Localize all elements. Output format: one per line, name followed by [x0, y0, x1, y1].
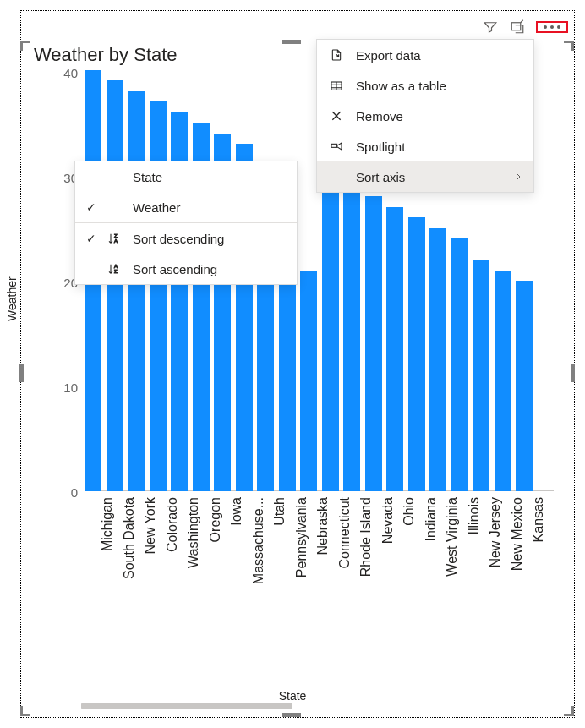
menu-label: Sort axis — [356, 170, 405, 184]
x-tick-label: New York — [143, 497, 158, 555]
bar[interactable] — [322, 181, 339, 491]
y-tick: 0 — [51, 485, 78, 500]
resize-handle-right[interactable] — [571, 364, 575, 382]
submenu-weather[interactable]: ✓ Weather — [75, 192, 297, 222]
table-icon — [329, 78, 344, 93]
menu-label: Export data — [356, 48, 421, 63]
export-icon — [329, 47, 344, 63]
resize-corner-tl[interactable] — [20, 41, 30, 51]
svg-text:Z: Z — [114, 269, 118, 274]
resize-corner-bl[interactable] — [20, 706, 30, 716]
sort-desc-icon: ZA — [107, 232, 124, 245]
blank-icon — [329, 169, 344, 184]
submenu-label: Sort descending — [133, 232, 224, 246]
svg-point-2 — [550, 25, 554, 29]
chevron-right-icon — [513, 170, 523, 184]
x-tick-label: Nebraska — [315, 497, 331, 555]
bar[interactable] — [107, 80, 123, 491]
bar[interactable] — [386, 207, 403, 491]
svg-text:A: A — [114, 238, 118, 244]
x-tick-label: Rhode Island — [358, 497, 374, 577]
x-tick-label: Illinois — [467, 497, 482, 534]
x-tick-label: West Virginia — [445, 497, 460, 577]
bar[interactable] — [257, 271, 274, 491]
menu-sort-axis[interactable]: Sort axis — [317, 161, 533, 192]
chart-title: Weather by State — [34, 44, 178, 66]
check-icon: ✓ — [84, 232, 99, 245]
x-tick-label: Ohio — [402, 497, 417, 526]
visual-context-menu: Export data Show as a table Remove Spotl… — [316, 39, 534, 193]
menu-show-as-table[interactable]: Show as a table — [317, 70, 533, 101]
resize-handle-top[interactable] — [282, 40, 301, 44]
menu-remove[interactable]: Remove — [317, 101, 533, 131]
x-tick-label: New Mexico — [510, 497, 525, 571]
x-tick-label: Massachuse... — [251, 497, 266, 584]
scrollbar-thumb[interactable] — [81, 703, 292, 709]
focus-mode-icon[interactable] — [509, 19, 526, 36]
x-tick-label: Washington — [186, 497, 201, 568]
bar[interactable] — [516, 281, 533, 491]
x-axis-label: State — [279, 689, 307, 703]
bar[interactable] — [473, 260, 489, 491]
submenu-label: Weather — [133, 200, 180, 215]
bar[interactable] — [343, 186, 360, 491]
y-axis-label: Weather — [5, 276, 19, 321]
submenu-label: Sort ascending — [133, 262, 217, 276]
x-category-labels: MichiganSouth DakotaNew YorkColoradoWash… — [85, 497, 554, 666]
x-tick-label: Colorado — [165, 497, 180, 552]
y-tick: 40 — [51, 66, 78, 80]
svg-text:A: A — [114, 264, 118, 269]
svg-rect-0 — [511, 23, 521, 30]
horizontal-scrollbar[interactable] — [81, 703, 555, 711]
menu-label: Remove — [356, 109, 403, 123]
menu-export-data[interactable]: Export data — [317, 40, 533, 70]
x-tick-label: Indiana — [424, 497, 439, 542]
menu-label: Spotlight — [356, 140, 405, 154]
x-tick-label: South Dakota — [122, 497, 137, 579]
resize-corner-br[interactable] — [564, 706, 574, 716]
svg-text:Z: Z — [114, 233, 118, 238]
submenu-state[interactable]: State — [75, 161, 297, 192]
x-tick-label: Utah — [272, 497, 287, 526]
x-tick-label: Nevada — [380, 497, 396, 544]
svg-point-3 — [557, 25, 560, 29]
sort-axis-submenu: State ✓ Weather ✓ ZA Sort descending AZ … — [74, 161, 298, 285]
bar[interactable] — [365, 196, 382, 491]
submenu-sort-ascending[interactable]: AZ Sort ascending — [75, 254, 297, 284]
resize-handle-left[interactable] — [19, 364, 24, 382]
resize-handle-bottom[interactable] — [282, 713, 301, 717]
x-tick-label: New Jersey — [488, 497, 503, 568]
check-icon: ✓ — [84, 200, 99, 214]
bar[interactable] — [495, 271, 511, 491]
bar[interactable] — [451, 238, 468, 491]
more-options-button[interactable] — [536, 21, 568, 33]
svg-rect-5 — [331, 144, 337, 147]
bar[interactable] — [300, 271, 317, 491]
resize-corner-tr[interactable] — [564, 41, 574, 51]
x-tick-label: Connecticut — [337, 497, 353, 569]
bar[interactable] — [128, 91, 145, 491]
x-tick-label: Oregon — [208, 497, 223, 542]
y-tick: 10 — [51, 380, 78, 395]
visual-header-toolbar — [482, 17, 568, 37]
svg-point-1 — [544, 25, 547, 29]
submenu-label: State — [133, 170, 162, 184]
menu-label: Show as a table — [356, 79, 446, 93]
x-tick-label: Iowa — [229, 497, 244, 526]
menu-spotlight[interactable]: Spotlight — [317, 131, 533, 161]
bar[interactable] — [429, 228, 446, 491]
bar[interactable] — [279, 271, 296, 491]
sort-asc-icon: AZ — [107, 262, 124, 276]
x-tick-label: Kansas — [531, 497, 546, 542]
x-tick-label: Pennsylvania — [294, 497, 309, 577]
x-tick-label: Michigan — [100, 497, 115, 551]
close-icon — [329, 108, 344, 123]
submenu-sort-descending[interactable]: ✓ ZA Sort descending — [75, 223, 297, 254]
bar[interactable] — [408, 217, 425, 491]
spotlight-icon — [329, 139, 344, 154]
filter-icon[interactable] — [482, 19, 499, 36]
